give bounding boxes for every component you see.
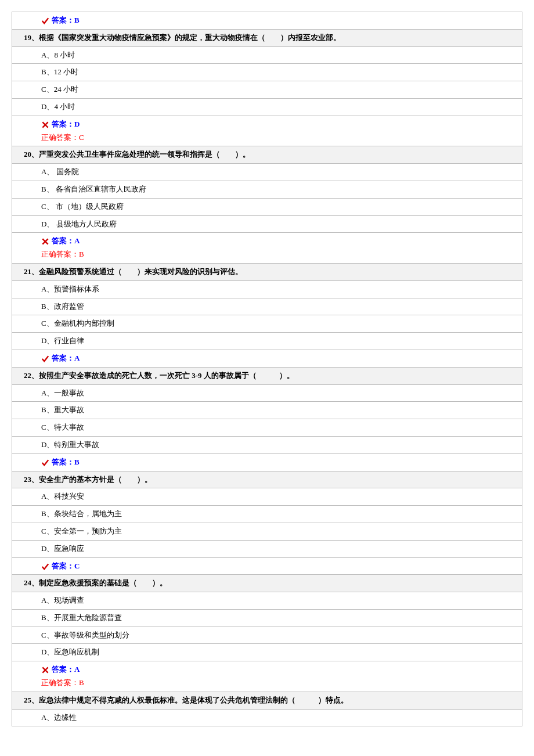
option-row: D、特别重大事故 — [12, 436, 522, 453]
answer-cell: 答案：B — [12, 453, 522, 471]
answer-cell: 答案：D正确答案：C — [12, 116, 522, 146]
option-row: D、应急响应机制 — [12, 644, 522, 661]
check-icon — [41, 355, 49, 363]
option-text: D、4 小时 — [12, 98, 522, 116]
option-text: B、 各省自治区直辖市人民政府 — [12, 181, 522, 198]
answer-row: 答案：A正确答案：B — [12, 661, 522, 692]
option-text: D、应急响应 — [12, 540, 522, 557]
answer-cell: 答案：C — [12, 557, 522, 575]
option-text: A、科技兴安 — [12, 488, 522, 506]
check-icon — [41, 459, 49, 467]
option-row: D、4 小时 — [12, 98, 522, 116]
option-row: C、24 小时 — [12, 81, 522, 99]
check-icon — [41, 563, 49, 571]
option-text: A、 国务院 — [12, 164, 522, 181]
answer-row: 答案：D正确答案：C — [12, 116, 522, 146]
option-row: C、安全第一，预防为主 — [12, 523, 522, 540]
option-row: C、金融机构内部控制 — [12, 315, 522, 333]
option-row: A、边缘性 — [12, 709, 522, 726]
option-row: D、应急响应 — [12, 540, 522, 557]
answer-cell: 答案：B — [12, 12, 522, 30]
option-row: A、8 小时 — [12, 46, 522, 64]
option-text: A、边缘性 — [12, 709, 522, 726]
option-text: A、现场调查 — [12, 592, 522, 610]
question-row: 19、根据《国家突发重大动物疫情应急预案》的规定，重大动物疫情在（ ）内报至农业… — [12, 29, 522, 46]
option-text: B、12 小时 — [12, 64, 522, 81]
option-row: C、事故等级和类型的划分 — [12, 627, 522, 644]
answer-cell: 答案：A正确答案：B — [12, 233, 522, 264]
question-text: 21、金融风险预警系统通过（ ）来实现对风险的识别与评估。 — [12, 263, 522, 280]
option-row: A、预警指标体系 — [12, 280, 522, 298]
option-row: B、条块结合，属地为主 — [12, 506, 522, 523]
option-text: B、重大事故 — [12, 402, 522, 419]
option-text: C、24 小时 — [12, 81, 522, 99]
check-icon — [41, 17, 49, 25]
question-text: 25、应急法律中规定不得克减的人权最低标准。这是体现了公共危机管理法制的（ ）特… — [12, 692, 522, 709]
answer-row: 答案：A — [12, 350, 522, 367]
cross-icon — [41, 666, 49, 674]
option-row: B、 各省自治区直辖市人民政府 — [12, 181, 522, 198]
correct-answer-label: 正确答案：B — [41, 677, 518, 689]
option-text: C、安全第一，预防为主 — [12, 523, 522, 540]
answer-cell: 答案：A正确答案：B — [12, 661, 522, 692]
user-answer-label: 答案：A — [52, 354, 80, 362]
option-text: D、特别重大事故 — [12, 436, 522, 453]
option-row: A、 国务院 — [12, 164, 522, 181]
question-row: 20、严重突发公共卫生事件应急处理的统一领导和指挥是（ ）。 — [12, 146, 522, 164]
answer-row: 答案：A正确答案：B — [12, 233, 522, 264]
option-text: C、 市（地）级人民政府 — [12, 198, 522, 215]
option-row: C、特大事故 — [12, 419, 522, 437]
option-row: D、行业自律 — [12, 333, 522, 350]
option-row: C、 市（地）级人民政府 — [12, 198, 522, 215]
user-answer-label: 答案：D — [52, 120, 80, 128]
answer-cell: 答案：A — [12, 350, 522, 367]
question-row: 22、按照生产安全事故造成的死亡人数，一次死亡 3-9 人的事故属于（ ）。 — [12, 367, 522, 384]
user-answer-label: 答案：B — [52, 458, 80, 466]
option-text: A、一般事故 — [12, 384, 522, 402]
option-row: D、 县级地方人民政府 — [12, 215, 522, 233]
question-text: 19、根据《国家突发重大动物疫情应急预案》的规定，重大动物疫情在（ ）内报至农业… — [12, 29, 522, 46]
question-text: 20、严重突发公共卫生事件应急处理的统一领导和指挥是（ ）。 — [12, 146, 522, 164]
question-text: 24、制定应急救援预案的基础是（ ）。 — [12, 575, 522, 592]
cross-icon — [41, 237, 49, 246]
option-text: D、 县级地方人民政府 — [12, 215, 522, 233]
option-text: B、条块结合，属地为主 — [12, 506, 522, 523]
option-row: B、12 小时 — [12, 64, 522, 81]
user-answer-label: 答案：A — [52, 236, 80, 245]
option-row: B、政府监管 — [12, 298, 522, 315]
question-row: 24、制定应急救援预案的基础是（ ）。 — [12, 575, 522, 592]
question-row: 21、金融风险预警系统通过（ ）来实现对风险的识别与评估。 — [12, 263, 522, 280]
option-row: B、重大事故 — [12, 402, 522, 419]
question-row: 25、应急法律中规定不得克减的人权最低标准。这是体现了公共危机管理法制的（ ）特… — [12, 692, 522, 709]
quiz-table: 答案：B19、根据《国家突发重大动物疫情应急预案》的规定，重大动物疫情在（ ）内… — [12, 12, 522, 726]
user-answer-label: 答案：A — [52, 665, 80, 674]
answer-row: 答案：B — [12, 453, 522, 471]
option-text: C、事故等级和类型的划分 — [12, 627, 522, 644]
answer-row: 答案：C — [12, 557, 522, 575]
option-text: D、应急响应机制 — [12, 644, 522, 661]
question-row: 23、安全生产的基本方针是（ ）。 — [12, 471, 522, 488]
option-text: C、特大事故 — [12, 419, 522, 437]
option-text: B、开展重大危险源普查 — [12, 609, 522, 627]
answer-row: 答案：B — [12, 12, 522, 30]
option-row: A、科技兴安 — [12, 488, 522, 506]
option-text: A、8 小时 — [12, 46, 522, 64]
cross-icon — [41, 121, 49, 129]
user-answer-label: 答案：B — [52, 16, 80, 24]
option-row: A、一般事故 — [12, 384, 522, 402]
question-text: 22、按照生产安全事故造成的死亡人数，一次死亡 3-9 人的事故属于（ ）。 — [12, 367, 522, 384]
option-row: B、开展重大危险源普查 — [12, 609, 522, 627]
option-text: D、行业自律 — [12, 333, 522, 350]
correct-answer-label: 正确答案：B — [41, 249, 518, 261]
option-text: A、预警指标体系 — [12, 280, 522, 298]
question-text: 23、安全生产的基本方针是（ ）。 — [12, 471, 522, 488]
option-row: A、现场调查 — [12, 592, 522, 610]
correct-answer-label: 正确答案：C — [41, 132, 518, 144]
option-text: B、政府监管 — [12, 298, 522, 315]
user-answer-label: 答案：C — [52, 561, 80, 570]
option-text: C、金融机构内部控制 — [12, 315, 522, 333]
